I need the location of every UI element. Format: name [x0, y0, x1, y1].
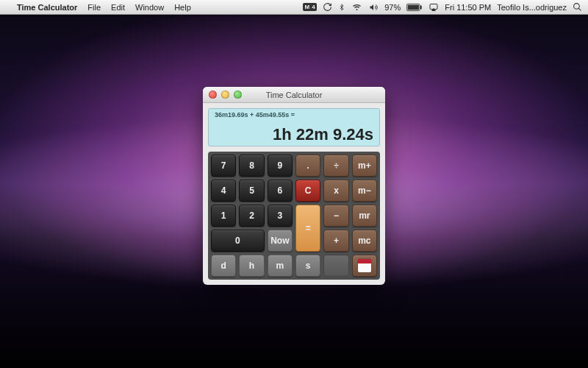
- key-divide[interactable]: ÷: [323, 155, 348, 177]
- key-9[interactable]: 9: [268, 155, 293, 177]
- time-calculator-window: Time Calculator 36m19.69s + 45m49.55s = …: [203, 87, 385, 285]
- key-8[interactable]: 8: [239, 155, 264, 177]
- key-6[interactable]: 6: [268, 180, 293, 202]
- calculator-display: 36m19.69s + 45m49.55s = 1h 22m 9.24s: [208, 108, 380, 146]
- key-5[interactable]: 5: [239, 180, 264, 202]
- menu-file[interactable]: File: [82, 0, 106, 15]
- wifi-icon[interactable]: [351, 3, 362, 12]
- key-seconds[interactable]: s: [295, 255, 320, 277]
- airplay-icon[interactable]: [429, 3, 439, 12]
- key-0[interactable]: 0: [211, 230, 265, 252]
- battery-icon[interactable]: [406, 3, 423, 12]
- volume-icon[interactable]: [368, 3, 379, 12]
- menu-bar: Time Calculator File Edit Window Help M …: [0, 0, 588, 15]
- display-expression: 36m19.69s + 45m49.55s =: [215, 111, 373, 118]
- key-mc[interactable]: mc: [352, 230, 377, 252]
- key-1[interactable]: 1: [211, 205, 236, 227]
- key-blank: [323, 255, 348, 277]
- key-multiply[interactable]: x: [323, 180, 348, 202]
- key-mminus[interactable]: m−: [352, 180, 377, 202]
- key-2[interactable]: 2: [239, 205, 264, 227]
- key-now[interactable]: Now: [268, 230, 293, 252]
- svg-rect-2: [408, 4, 419, 10]
- menubar-clock[interactable]: Fri 11:50 PM: [445, 3, 491, 12]
- menu-window[interactable]: Window: [130, 0, 169, 15]
- battery-percent: 97%: [384, 3, 401, 12]
- key-clear[interactable]: C: [295, 180, 320, 202]
- menu-edit[interactable]: Edit: [106, 0, 130, 15]
- window-title: Time Calculator: [203, 91, 385, 99]
- key-7[interactable]: 7: [211, 155, 236, 177]
- key-mplus[interactable]: m+: [352, 155, 377, 177]
- display-result: 1h 22m 9.24s: [215, 125, 373, 144]
- key-mr[interactable]: mr: [352, 205, 377, 227]
- app-menu[interactable]: Time Calculator: [12, 0, 82, 15]
- menu-help[interactable]: Help: [169, 0, 196, 15]
- calculator-keypad: 7 8 9 . ÷ m+ 4 5 6 C x m− 1 2 3 = − mr 0…: [208, 152, 380, 280]
- key-minutes[interactable]: m: [268, 255, 293, 277]
- spotlight-icon[interactable]: [573, 2, 582, 12]
- key-plus[interactable]: +: [323, 230, 348, 252]
- adobe-badge-icon[interactable]: M 4: [303, 3, 317, 11]
- svg-line-6: [578, 8, 581, 10]
- desktop-wallpaper: Time Calculator File Edit Window Help M …: [0, 0, 588, 368]
- key-equals[interactable]: =: [295, 205, 320, 252]
- key-calendar[interactable]: [352, 255, 377, 277]
- key-hours[interactable]: h: [239, 255, 264, 277]
- key-days[interactable]: d: [211, 255, 236, 277]
- window-titlebar[interactable]: Time Calculator: [203, 87, 385, 103]
- key-decimal[interactable]: .: [295, 155, 320, 177]
- svg-marker-4: [432, 8, 436, 10]
- bluetooth-icon[interactable]: [338, 2, 345, 13]
- key-3[interactable]: 3: [268, 205, 293, 227]
- svg-rect-1: [420, 5, 422, 9]
- svg-point-5: [574, 4, 580, 10]
- key-minus[interactable]: −: [323, 205, 348, 227]
- menubar-user[interactable]: Teofilo Is...odriguez: [497, 3, 567, 12]
- calendar-icon: [358, 259, 371, 272]
- key-4[interactable]: 4: [211, 180, 236, 202]
- sync-icon[interactable]: [323, 2, 332, 12]
